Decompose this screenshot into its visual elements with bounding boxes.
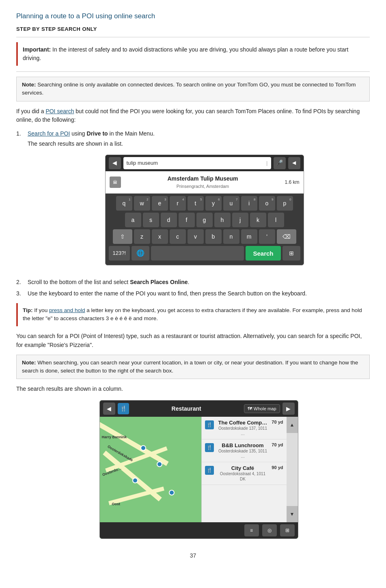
- kbd-key-apos[interactable]: ': [259, 229, 275, 244]
- kbd-key-e[interactable]: e3: [152, 196, 168, 211]
- map-label-4: Oost: [112, 502, 121, 506]
- map-result-poi-icon-2: 🍴: [205, 443, 214, 452]
- kbd-search-field[interactable]: tulip museum |: [123, 157, 271, 169]
- map-scroll-up-button[interactable]: ▲: [287, 417, 298, 433]
- map-top-bar: ◀ 🍴 Restaurant 🗺 Whole map ▶: [100, 401, 298, 417]
- kbd-result-poi-icon: 🏛: [110, 177, 121, 188]
- body1-text: If you did a: [16, 108, 45, 114]
- important-text: In the interest of safety and to avoid d…: [23, 46, 348, 61]
- kbd-shift-key[interactable]: ⇧: [113, 229, 132, 244]
- kbd-key-p[interactable]: p0: [277, 196, 293, 211]
- map-result-addr-3: Oosterdoksstraat 4, 1011 DK: [217, 471, 269, 482]
- search-for-poi-link[interactable]: Search for a POI: [28, 130, 70, 137]
- kbd-delete-key[interactable]: ⌫: [277, 229, 296, 244]
- kbd-key-v[interactable]: v: [188, 229, 204, 244]
- kbd-key-n[interactable]: n: [223, 229, 239, 244]
- map-result-info-2: B&B Lunchroom Oosterdokskade 135, 1011 …: [217, 442, 269, 459]
- kbd-globe-key[interactable]: 🌐: [132, 246, 149, 261]
- keyboard-screenshot: ◀ tulip museum | 🎤 ◀ 🏛 Amsterdam Tulip M…: [105, 155, 304, 266]
- step-2-num: 2.: [16, 278, 28, 287]
- step-2: 2. Scroll to the bottom of the list and …: [16, 278, 370, 287]
- kbd-bottom-row: 123?! 🌐 Search ⊞: [107, 246, 302, 261]
- kbd-key-o[interactable]: o9: [259, 196, 275, 211]
- kbd-key-h[interactable]: h: [214, 213, 231, 227]
- map-poi-marker-1: [140, 445, 146, 451]
- kbd-key-t[interactable]: t5: [188, 196, 204, 211]
- steps-list: 1. Search for a POI using Drive to in th…: [16, 129, 370, 298]
- press-and-hold-link[interactable]: press and hold: [49, 307, 85, 313]
- kbd-key-k[interactable]: k: [250, 213, 266, 227]
- kbd-key-u[interactable]: u7: [223, 196, 239, 211]
- map-location-button[interactable]: ◎: [262, 524, 277, 536]
- kbd-key-y[interactable]: y6: [205, 196, 222, 211]
- kbd-search-text: tulip museum: [127, 159, 158, 167]
- map-result-item-1[interactable]: 🍴 The Coffee Comp… Oosterdokskade 137, 1…: [202, 417, 287, 439]
- map-result-info-1: The Coffee Comp… Oosterdokskade 137, 101…: [217, 420, 269, 436]
- kbd-key-s[interactable]: s: [143, 213, 159, 227]
- step-1-content: Search for a POI using Drive to in the M…: [28, 129, 370, 276]
- map-result-name-3: City Café: [217, 465, 269, 471]
- kbd-key-b[interactable]: b: [205, 229, 222, 244]
- kbd-key-x[interactable]: x: [152, 229, 168, 244]
- kbd-key-d[interactable]: d: [161, 213, 177, 227]
- kbd-arrow-button[interactable]: ◀: [288, 157, 300, 169]
- map-whole-map-button[interactable]: 🗺 Whole map: [244, 404, 280, 413]
- map-list-button[interactable]: ≡: [244, 524, 259, 536]
- kbd-search-button[interactable]: Search: [246, 246, 280, 261]
- map-grid-button[interactable]: ⊞: [280, 524, 295, 536]
- kbd-key-j[interactable]: j: [232, 213, 248, 227]
- kbd-key-f[interactable]: f: [179, 213, 195, 227]
- kbd-key-r[interactable]: r4: [170, 196, 186, 211]
- kbd-key-a[interactable]: a: [125, 213, 141, 227]
- kbd-key-w[interactable]: w2: [134, 196, 150, 211]
- kbd-top-bar: ◀ tulip museum | 🎤 ◀: [106, 155, 304, 171]
- map-result-dist-3: 90 yd: [272, 465, 283, 470]
- kbd-keyboard: q1 w2 e3 r4 t5 y6 u7 i8 o9 p0 a: [106, 194, 304, 265]
- kbd-result-title: Amsterdam Tulip Museum: [125, 174, 281, 183]
- kbd-back-button[interactable]: ◀: [109, 157, 121, 169]
- kbd-key-i[interactable]: i8: [241, 196, 257, 211]
- step-3-content: Use the keyboard to enter the name of th…: [28, 289, 370, 298]
- kbd-key-c[interactable]: c: [170, 229, 186, 244]
- kbd-key-l[interactable]: l: [268, 213, 284, 227]
- kbd-cursor: |: [266, 159, 267, 167]
- step-1-num: 1.: [16, 129, 28, 138]
- body-text-3: The search results are shown in a column…: [16, 385, 370, 394]
- step-3-num: 3.: [16, 289, 28, 298]
- important-prefix: Important:: [23, 46, 51, 53]
- kbd-123-key[interactable]: 123?!: [109, 246, 130, 261]
- map-nav-button[interactable]: ▶: [282, 403, 295, 415]
- kbd-key-q[interactable]: q1: [116, 196, 132, 211]
- section-divider-2: [16, 71, 370, 72]
- map-result-addr-2: Oosterdokskade 135, 1011 …: [217, 448, 269, 459]
- map-scroll-down-button[interactable]: ▼: [287, 506, 298, 522]
- kbd-grid-key[interactable]: ⊞: [282, 246, 300, 261]
- important-box: Important: In the interest of safety and…: [16, 42, 370, 66]
- kbd-result-row[interactable]: 🏛 Amsterdam Tulip Museum Prinsengracht, …: [106, 171, 304, 194]
- step-1: 1. Search for a POI using Drive to in th…: [16, 129, 370, 276]
- map-poi-type-icon: 🍴: [118, 403, 129, 414]
- kbd-key-g[interactable]: g: [196, 213, 213, 227]
- note-box-1: Note: Searching online is only available…: [16, 77, 370, 101]
- kbd-mic-button[interactable]: 🎤: [274, 157, 286, 169]
- map-poi-label: Restaurant: [132, 405, 242, 412]
- map-left[interactable]: Harry Bannink Oosterdokskade Oosterdo… O…: [100, 417, 201, 522]
- map-label-1: Harry Bannink: [102, 435, 127, 439]
- note-prefix-2: Note:: [22, 360, 36, 366]
- tip-box: Tip: If you press and hold a letter key …: [16, 303, 370, 327]
- kbd-key-z[interactable]: z: [134, 229, 150, 244]
- map-result-item-2[interactable]: 🍴 B&B Lunchroom Oosterdokskade 135, 1011…: [202, 439, 287, 462]
- poi-search-link[interactable]: POI search: [45, 108, 74, 114]
- map-whole-map-label: Whole map: [254, 406, 276, 411]
- search-places-online-bold: Search Places Online: [130, 279, 188, 285]
- kbd-result-dist: 1.6 km: [285, 179, 299, 186]
- note-text-1: Searching online is only available on co…: [22, 82, 356, 96]
- map-scroll-buttons: ▲ ▼: [287, 417, 298, 522]
- map-result-info-3: City Café Oosterdoksstraat 4, 1011 DK: [217, 465, 269, 482]
- map-result-addr-1: Oosterdokskade 137, 1011 …: [217, 426, 269, 436]
- kbd-space-key[interactable]: [151, 246, 244, 261]
- map-poi-marker-2: [157, 461, 162, 467]
- map-back-button[interactable]: ◀: [103, 403, 115, 415]
- map-result-item-3[interactable]: 🍴 City Café Oosterdoksstraat 4, 1011 DK …: [202, 462, 287, 485]
- kbd-key-m[interactable]: m: [241, 229, 257, 244]
